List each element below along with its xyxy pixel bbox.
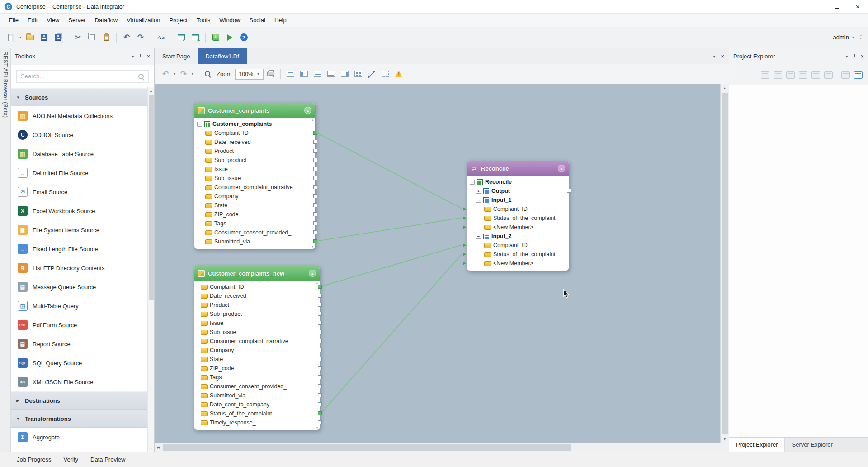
node-customer-complaints[interactable]: Customer_complaints▲−Customer_complaints…	[194, 103, 316, 249]
output-port[interactable]	[318, 420, 322, 424]
horizontal-scroll-thumb[interactable]	[163, 444, 571, 451]
menu-item-virtualization[interactable]: Virtualization	[122, 14, 165, 26]
output-port[interactable]	[313, 212, 317, 216]
help-button[interactable]	[237, 31, 250, 44]
input-port[interactable]	[463, 253, 466, 256]
output-port[interactable]	[318, 402, 322, 406]
toolbox-scrollbar[interactable]: ▲▼	[147, 87, 154, 452]
input-port[interactable]	[463, 207, 466, 211]
undo-dropdown-icon[interactable]: ▾	[173, 72, 176, 76]
deploy-icon[interactable]	[841, 71, 850, 79]
toolbox-item-delimited-file-source[interactable]: Delimited File Source	[11, 163, 147, 182]
project-explorer-body[interactable]	[729, 85, 868, 437]
output-port[interactable]	[318, 411, 322, 415]
status-data-preview[interactable]: Data Preview	[90, 456, 125, 463]
save-button[interactable]	[38, 31, 50, 44]
field-row[interactable]: Consumer_consent_provided_	[194, 228, 315, 237]
tab-start-page[interactable]: Start Page	[155, 48, 198, 64]
redo-dropdown-icon[interactable]: ▾	[191, 72, 194, 76]
field-row[interactable]: Submitted_via	[194, 237, 315, 246]
tree-group-row[interactable]: −Reconcile	[467, 177, 569, 186]
field-row[interactable]: <New Member>	[467, 259, 569, 268]
output-port[interactable]	[318, 339, 322, 343]
rest-api-browser-tab[interactable]: REST API Browser (Beta)	[2, 52, 9, 452]
move-up-icon[interactable]	[811, 71, 820, 79]
field-row[interactable]: ZIP_code	[194, 364, 320, 373]
tab-close-icon[interactable]: ×	[721, 53, 724, 60]
output-port[interactable]	[313, 176, 317, 180]
redo-button[interactable]	[177, 68, 190, 81]
output-port[interactable]	[318, 357, 322, 361]
field-row[interactable]: Complaint_ID	[467, 241, 569, 250]
tab-list-dropdown-icon[interactable]: ▾	[713, 54, 715, 59]
menu-item-social[interactable]: Social	[245, 14, 269, 26]
print-button[interactable]	[264, 68, 277, 81]
project-explorer-menu-icon[interactable]: ▾	[845, 54, 848, 59]
output-port[interactable]	[313, 221, 317, 225]
schedule-job-button[interactable]	[209, 31, 222, 44]
output-port[interactable]	[313, 149, 317, 153]
toolbox-pin-icon[interactable]	[138, 54, 142, 59]
toolbox-item-list-ftp-directory-contents[interactable]: List FTP Directory Contents	[11, 258, 147, 277]
distribute-button[interactable]	[352, 68, 364, 81]
link-style-button[interactable]	[365, 68, 378, 81]
toolbox-item-cobol-source[interactable]: COBOL Source	[11, 125, 147, 144]
edit-item-icon[interactable]	[786, 71, 795, 79]
undo-button[interactable]	[159, 68, 172, 81]
move-down-icon[interactable]	[824, 71, 833, 79]
toolbox-item-file-system-items-source[interactable]: File System Items Source	[11, 220, 147, 239]
connection-line[interactable]	[321, 254, 462, 413]
collapse-row-icon[interactable]: −	[197, 122, 202, 127]
scroll-right-icon[interactable]: ▶	[155, 443, 162, 452]
input-port[interactable]	[463, 216, 466, 220]
field-row[interactable]: Sub_product	[194, 156, 315, 165]
project-explorer-pin-icon[interactable]	[852, 54, 856, 59]
toolbox-section-destinations[interactable]: ▶Destinations	[11, 391, 147, 410]
cut-button[interactable]	[72, 31, 85, 44]
output-port[interactable]	[313, 131, 317, 135]
scroll-up-icon[interactable]: ▲	[148, 87, 154, 94]
output-port[interactable]	[313, 194, 317, 198]
maximize-button[interactable]	[826, 0, 847, 13]
layout-vertical-button[interactable]	[297, 68, 310, 81]
run-dataflow-button[interactable]	[223, 31, 236, 44]
node-scroll-up-icon[interactable]: ▲	[316, 281, 319, 285]
input-port[interactable]	[463, 225, 466, 229]
toolbox-item-database-table-source[interactable]: Database Table Source	[11, 144, 147, 163]
field-row[interactable]: Company	[194, 192, 315, 201]
paste-button[interactable]	[100, 31, 113, 44]
output-port[interactable]	[313, 158, 317, 162]
menu-item-project[interactable]: Project	[165, 14, 192, 26]
redo-button[interactable]	[134, 31, 147, 44]
menu-item-server[interactable]: Server	[64, 14, 90, 26]
output-port[interactable]	[318, 285, 322, 289]
field-row[interactable]: Submitted_via	[194, 391, 320, 400]
output-port[interactable]	[318, 384, 322, 388]
search-input[interactable]	[16, 70, 149, 83]
project-explorer-close-icon[interactable]: ×	[860, 53, 864, 60]
field-row[interactable]: Company	[194, 346, 320, 355]
field-row[interactable]: Date_received	[194, 138, 315, 147]
output-port[interactable]	[318, 312, 322, 316]
node-scroll-down-icon[interactable]: ▼	[316, 426, 319, 429]
connection-line[interactable]	[316, 133, 462, 209]
status-verify[interactable]: Verify	[64, 456, 79, 463]
output-port[interactable]	[318, 294, 322, 298]
user-menu-caret-icon[interactable]: ▾	[851, 35, 855, 39]
output-port[interactable]	[318, 393, 322, 397]
output-port[interactable]	[318, 321, 322, 325]
field-row[interactable]: Sub_issue	[194, 328, 320, 337]
warnings-button[interactable]	[392, 68, 405, 81]
status-job-progress[interactable]: Job Progress	[17, 456, 52, 463]
zoom-select[interactable]: 100% ▾	[235, 69, 264, 80]
field-row[interactable]: Sub_issue	[194, 174, 315, 183]
field-row[interactable]: Status_of_the_complaint	[467, 214, 569, 223]
toolbox-section-transformations[interactable]: ▼Transformations	[11, 410, 147, 428]
field-row[interactable]: ZIP_code	[194, 210, 315, 219]
save-all-button[interactable]	[52, 31, 64, 44]
field-row[interactable]: State	[194, 201, 315, 210]
align-top-button[interactable]	[311, 68, 324, 81]
add-dataflow-icon[interactable]	[774, 71, 782, 79]
tab-server-explorer[interactable]: Server Explorer	[785, 438, 840, 452]
output-port[interactable]	[318, 348, 322, 352]
